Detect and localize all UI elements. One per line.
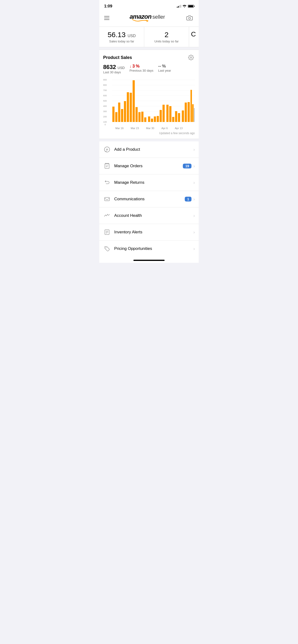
chart-label-3: Apr 6	[162, 127, 168, 130]
settings-button[interactable]	[187, 54, 195, 61]
menu-item-communications[interactable]: Communications 1 ›	[99, 191, 199, 208]
svg-rect-21	[115, 112, 117, 122]
menu-item-manage-returns[interactable]: Manage Returns ›	[99, 174, 199, 191]
units-card[interactable]: 2 Units today so far	[144, 27, 189, 47]
product-sales-widget: Product Sales 8632 USD Last 30 days ↓ 3 …	[99, 50, 199, 139]
menu-item-manage-orders[interactable]: Manage Orders 19 ›	[99, 158, 199, 174]
change-percent: ↓ 3 %	[129, 64, 154, 69]
menu-item-account-health[interactable]: Account Health ›	[99, 208, 199, 224]
menu-item-add-product[interactable]: Add a Product ›	[99, 141, 199, 158]
chart-updated-text: Updated a few seconds ago	[103, 132, 195, 135]
svg-rect-36	[160, 110, 162, 122]
svg-rect-23	[121, 109, 123, 122]
last-year-stat: -- % Last year	[158, 64, 171, 72]
svg-rect-39	[169, 106, 171, 122]
menu-item-inventory-alerts[interactable]: Inventory Alerts ›	[99, 224, 199, 240]
manage-orders-label: Manage Orders	[114, 164, 183, 168]
account-health-icon	[103, 212, 111, 220]
svg-point-0	[189, 17, 191, 19]
svg-rect-32	[148, 116, 150, 122]
partial-card[interactable]: C	[189, 27, 199, 47]
widget-title: Product Sales	[103, 55, 132, 60]
camera-button[interactable]	[185, 14, 194, 22]
chart-label-1: Mar 23	[131, 127, 139, 130]
chart-label-0: Mar 16	[115, 127, 123, 130]
units-value: 2	[147, 31, 186, 38]
communications-badge: 1	[185, 197, 192, 202]
chevron-right-icon: ›	[193, 197, 195, 202]
svg-rect-43	[182, 110, 184, 122]
logo-seller: seller	[152, 14, 165, 20]
chart-x-labels: Mar 16 Mar 23 Mar 30 Apr 6 Apr 13	[103, 127, 195, 130]
svg-rect-45	[188, 102, 190, 122]
wifi-icon	[183, 4, 186, 8]
sales-value: 56.13 USD	[102, 31, 141, 38]
svg-rect-24	[124, 101, 126, 122]
svg-point-60	[106, 248, 106, 248]
svg-text:800: 800	[103, 84, 107, 86]
svg-text:0: 0	[105, 124, 106, 125]
home-indicator	[99, 257, 199, 263]
chevron-right-icon: ›	[193, 213, 195, 218]
svg-rect-38	[166, 105, 169, 122]
svg-rect-31	[144, 118, 146, 122]
units-label: Units today so far	[147, 40, 186, 43]
sales-label: Sales today so far	[102, 40, 141, 43]
manage-returns-label: Manage Returns	[114, 180, 193, 185]
down-arrow-icon: ↓	[129, 64, 131, 68]
svg-rect-35	[157, 116, 159, 122]
camera-icon	[186, 15, 193, 20]
status-icons	[177, 4, 194, 8]
chevron-right-icon: ›	[193, 147, 195, 152]
svg-text:300: 300	[103, 110, 107, 112]
status-time: 1:09	[104, 4, 112, 8]
add-product-label: Add a Product	[114, 147, 193, 152]
chevron-right-icon: ›	[193, 180, 195, 185]
last-year-period: Last year	[158, 69, 171, 72]
pricing-opportunities-label: Pricing Opportunities	[114, 246, 193, 251]
svg-rect-34	[154, 116, 156, 122]
main-stat-value: 8632 USD	[103, 64, 125, 70]
sales-card[interactable]: 56.13 USD Sales today so far	[99, 27, 144, 47]
home-bar	[133, 260, 165, 261]
svg-rect-25	[127, 92, 129, 122]
svg-rect-44	[185, 102, 187, 122]
chart-label-2: Mar 30	[146, 127, 154, 130]
last-year-percent: -- %	[158, 64, 171, 69]
svg-rect-29	[138, 112, 140, 122]
manage-returns-icon	[103, 179, 111, 186]
partial-value: C	[191, 31, 197, 38]
main-stat: 8632 USD Last 30 days	[103, 64, 125, 74]
svg-rect-37	[163, 105, 165, 122]
menu-list: Add a Product › Manage Orders 19 › Manag…	[99, 141, 199, 257]
svg-rect-22	[118, 102, 120, 122]
svg-text:200: 200	[103, 116, 107, 118]
pricing-icon	[103, 245, 111, 252]
svg-rect-48	[194, 108, 195, 122]
menu-item-pricing-opportunities[interactable]: Pricing Opportunities ›	[99, 240, 199, 257]
svg-text:400: 400	[103, 105, 107, 107]
communications-icon	[103, 195, 111, 203]
bar-chart: 900 800 700 600 500 400 300 200 100 0	[103, 78, 195, 130]
signal-icon	[177, 5, 181, 8]
chevron-right-icon: ›	[193, 164, 195, 169]
account-health-label: Account Health	[114, 213, 193, 218]
manage-orders-icon	[103, 162, 111, 170]
main-stat-period: Last 30 days	[103, 70, 125, 74]
svg-rect-40	[172, 117, 175, 122]
svg-rect-30	[141, 112, 143, 122]
svg-rect-33	[151, 118, 153, 122]
communications-label: Communications	[114, 197, 185, 202]
add-product-icon	[103, 146, 111, 153]
svg-rect-47	[192, 104, 194, 122]
svg-text:500: 500	[103, 100, 107, 102]
menu-button[interactable]	[104, 16, 109, 20]
stats-row: 8632 USD Last 30 days ↓ 3 % Previous 30 …	[103, 64, 195, 74]
svg-text:700: 700	[103, 89, 107, 92]
status-bar: 1:09	[99, 0, 199, 10]
svg-rect-28	[135, 107, 138, 122]
amazon-smile-icon	[132, 18, 148, 22]
app-logo: amazon seller	[129, 13, 165, 23]
inventory-alerts-label: Inventory Alerts	[114, 230, 193, 234]
svg-rect-50	[105, 164, 109, 168]
